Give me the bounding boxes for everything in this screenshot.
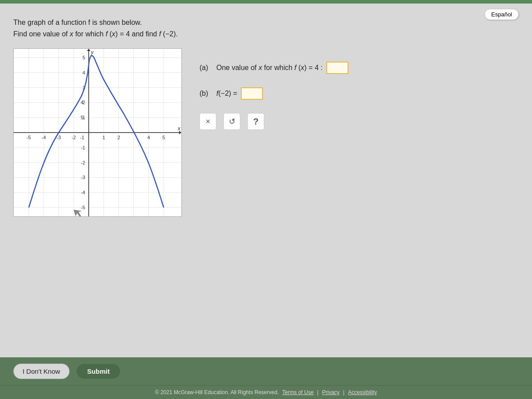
svg-text:-3: -3 bbox=[81, 175, 85, 180]
graph-svg: -5 -4 -3 -2 -1 1 2 4 5 5 4 1 2 3 4 bbox=[14, 49, 181, 216]
svg-text:4: 4 bbox=[147, 135, 150, 140]
svg-text:x: x bbox=[177, 125, 181, 132]
footer-privacy[interactable]: Privacy bbox=[322, 389, 339, 395]
question-line2: Find one value of x for which f (x) = 4 … bbox=[13, 28, 519, 40]
svg-text:-4: -4 bbox=[81, 190, 85, 195]
undo-button[interactable]: ↺ bbox=[223, 113, 240, 130]
svg-text:-4: -4 bbox=[42, 135, 46, 140]
answer-area: (a) One value of x for which f (x) = 4 :… bbox=[200, 48, 519, 130]
question-line1: The graph of a function f is shown below… bbox=[13, 17, 519, 28]
main-content: Español The graph of a function f is sho… bbox=[0, 4, 532, 357]
content-area: -5 -4 -3 -2 -1 1 2 4 5 5 4 1 2 3 4 bbox=[13, 48, 519, 217]
footer-accessibility[interactable]: Accessibility bbox=[348, 389, 377, 395]
footer: © 2021 McGraw-Hill Education. All Rights… bbox=[0, 385, 532, 399]
svg-text:-5: -5 bbox=[27, 135, 31, 140]
graph-container: -5 -4 -3 -2 -1 1 2 4 5 5 4 1 2 3 4 bbox=[13, 48, 182, 217]
svg-text:-1: -1 bbox=[81, 145, 85, 150]
part-a-description: One value of x for which f (x) = 4 : bbox=[216, 64, 323, 72]
svg-text:5: 5 bbox=[82, 55, 85, 60]
svg-text:2: 2 bbox=[117, 135, 120, 140]
svg-text:4: 4 bbox=[82, 70, 85, 75]
svg-text:2: 2 bbox=[82, 100, 85, 106]
svg-text:-2: -2 bbox=[81, 160, 85, 165]
svg-text:-2: -2 bbox=[71, 135, 76, 140]
espanol-button[interactable]: Español bbox=[485, 9, 519, 20]
svg-text:-1: -1 bbox=[80, 135, 84, 140]
part-a-input[interactable] bbox=[326, 62, 348, 74]
svg-text:1: 1 bbox=[102, 135, 105, 140]
help-button[interactable]: ? bbox=[247, 113, 264, 130]
dont-know-button[interactable]: I Don't Know bbox=[13, 364, 70, 379]
bottom-bar: I Don't Know Submit bbox=[0, 357, 532, 385]
clear-button[interactable]: × bbox=[200, 113, 216, 130]
top-bar bbox=[0, 0, 532, 4]
part-a-label: (a) bbox=[200, 64, 213, 72]
footer-terms[interactable]: Terms of Use bbox=[282, 389, 314, 395]
part-b-input[interactable] bbox=[241, 87, 263, 100]
svg-text:-5: -5 bbox=[81, 205, 85, 210]
footer-copyright: © 2021 McGraw-Hill Education. All Rights… bbox=[155, 389, 279, 395]
svg-text:1: 1 bbox=[82, 115, 85, 120]
answer-row-a: (a) One value of x for which f (x) = 4 : bbox=[200, 62, 519, 74]
answer-row-b: (b) f(−2) = bbox=[200, 87, 519, 100]
svg-text:5: 5 bbox=[162, 135, 165, 140]
svg-text:y: y bbox=[90, 49, 94, 55]
part-b-label: (b) bbox=[200, 90, 213, 98]
action-buttons: × ↺ ? bbox=[200, 113, 519, 130]
question-text: The graph of a function f is shown below… bbox=[13, 17, 519, 39]
part-b-description: f(−2) = bbox=[216, 90, 237, 98]
submit-button[interactable]: Submit bbox=[77, 364, 121, 379]
